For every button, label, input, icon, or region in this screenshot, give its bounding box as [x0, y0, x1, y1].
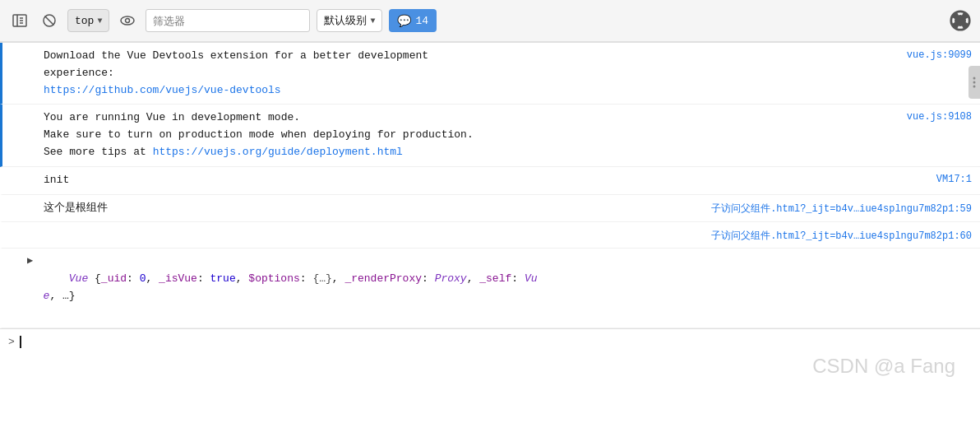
log-entry: 这个是根组件 子访问父组件.html?_ijt=b4v…iue4splngu7m…: [0, 195, 980, 223]
svg-point-10: [973, 81, 976, 84]
svg-point-7: [121, 16, 134, 25]
log-content: init: [44, 172, 920, 189]
log-content: Download the Vue Devtools extension for …: [44, 48, 890, 99]
log-source[interactable]: 子访问父组件.html?_ijt=b4v…iue4splngu7m82p1:60: [711, 227, 972, 243]
message-count-badge[interactable]: 💬 14: [389, 9, 437, 32]
chevron-down-icon: ▼: [370, 16, 375, 26]
log-entry: Download the Vue Devtools extension for …: [0, 43, 980, 105]
console-area: Download the Vue Devtools extension for …: [0, 43, 980, 423]
log-content: You are running Vue in development mode.…: [44, 109, 890, 160]
svg-point-8: [126, 19, 130, 23]
log-source[interactable]: vue.js:9099: [907, 48, 972, 61]
vue-object-content: Vue {_uid: 0, _isVue: true, $options: {……: [19, 253, 972, 322]
devtools-link[interactable]: https://github.com/vuejs/vue-devtools: [44, 84, 281, 96]
level-dropdown[interactable]: 默认级别 ▼: [317, 9, 382, 32]
message-count: 14: [415, 15, 428, 27]
log-entry: 子访问父组件.html?_ijt=b4v…iue4splngu7m82p1:60: [0, 222, 980, 249]
log-source[interactable]: vue.js:9108: [907, 109, 972, 123]
console-cursor: [20, 336, 21, 348]
context-label: top: [75, 15, 94, 27]
level-label: 默认级别: [324, 13, 367, 28]
log-entry: init VM17:1: [0, 167, 980, 195]
chevron-down-icon: ▼: [97, 16, 102, 26]
svg-point-9: [973, 77, 976, 80]
console-toolbar: top ▼ 默认级别 ▼ 💬 14: [0, 0, 980, 43]
sidebar-toggle-button[interactable]: [8, 9, 31, 32]
log-entry: You are running Vue in development mode.…: [0, 105, 980, 166]
watermark: CSDN @a Fang: [812, 355, 955, 378]
svg-point-11: [973, 86, 976, 88]
message-icon: 💬: [397, 14, 411, 28]
console-prompt: >: [8, 336, 15, 348]
log-entry: ▶ Vue {_uid: 0, _isVue: true, $options: …: [0, 249, 980, 328]
expand-arrow[interactable]: ▶: [27, 254, 33, 267]
log-source[interactable]: VM17:1: [936, 172, 972, 185]
block-button[interactable]: [38, 9, 61, 32]
log-content: 这个是根组件: [44, 200, 695, 217]
filter-input[interactable]: [146, 9, 310, 32]
console-input-row: >: [0, 328, 980, 355]
context-dropdown[interactable]: top ▼: [67, 9, 109, 32]
log-source[interactable]: 子访问父组件.html?_ijt=b4v…iue4splngu7m82p1:59: [711, 200, 972, 216]
resize-handle[interactable]: [968, 66, 980, 99]
eye-button[interactable]: [116, 9, 139, 32]
svg-line-6: [45, 16, 54, 26]
deployment-link[interactable]: https://vuejs.org/guide/deployment.html: [153, 146, 403, 158]
settings-button[interactable]: [949, 9, 972, 32]
